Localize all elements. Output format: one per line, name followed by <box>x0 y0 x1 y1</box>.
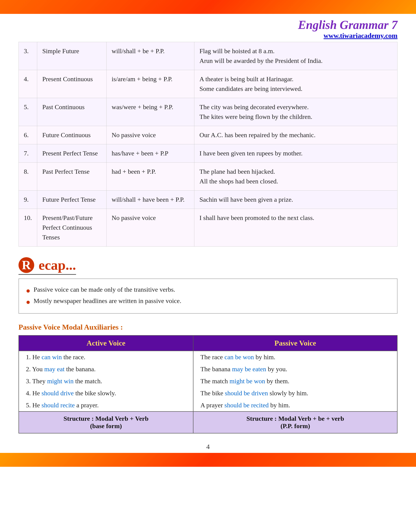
modal-row: 2. You may eat the banana.The banana may… <box>19 363 397 375</box>
row-examples: Flag will be hoisted at 8 a.m. Arun will… <box>194 42 397 70</box>
modal-row: 4. He should drive the bike slowly.The b… <box>19 387 397 399</box>
header: English Grammar 7 www.tiwariacademy.com <box>0 14 416 42</box>
row-tense: Present Continuous <box>37 70 106 98</box>
highlighted-phrase: can be won <box>224 353 254 361</box>
row-number: 9. <box>19 191 37 209</box>
grammar-table: 3.Simple Futurewill/shall + be + P.P.Fla… <box>19 42 397 247</box>
highlighted-phrase: should be driven <box>225 389 268 397</box>
modal-auxiliaries-section: Passive Voice Modal Auxiliaries : Active… <box>19 323 397 434</box>
modal-row: 3. They might win the match.The match mi… <box>19 375 397 387</box>
highlighted-phrase: might win <box>47 377 74 385</box>
row-formula: No passive voice <box>106 126 194 144</box>
row-tense: Past Perfect Tense <box>37 163 106 191</box>
row-examples: A theater is being built at Harinagar. S… <box>194 70 397 98</box>
table-row: 8.Past Perfect Tensehad + been + P.P.The… <box>19 163 397 191</box>
row-examples: I have been given ten rupees by mother. <box>194 144 397 163</box>
table-row: 9.Future Perfect Tensewill/shall + have … <box>19 191 397 209</box>
modal-cell: 3. They might win the match. <box>19 375 193 387</box>
modal-cell: A prayer should be recited by him. <box>193 399 397 412</box>
recap-text-1: Passive voice can be made only of the tr… <box>34 286 175 293</box>
highlighted-phrase: should be recited <box>224 402 269 409</box>
highlighted-phrase: can win <box>42 353 62 361</box>
modal-row: 5. He should recite a prayer.A prayer sh… <box>19 399 397 412</box>
main-content: 3.Simple Futurewill/shall + be + P.P.Fla… <box>0 42 416 434</box>
website-url: www.tiwariacademy.com <box>19 32 397 39</box>
page-title: English Grammar 7 <box>19 18 397 32</box>
modal-cell: 4. He should drive the bike slowly. <box>19 387 193 399</box>
bottom-bar <box>0 453 416 467</box>
recap-item-2: ● Mostly newspaper headlines are written… <box>26 297 390 306</box>
modal-cell: The bike should be driven slowly by him. <box>193 387 397 399</box>
row-formula: had + been + P.P. <box>106 163 194 191</box>
row-formula: was/were + being + P.P. <box>106 98 194 126</box>
modal-cell: The match might be won by them. <box>193 375 397 387</box>
row-examples: The city was being decorated everywhere.… <box>194 98 397 126</box>
table-row: 6.Future ContinuousNo passive voiceOur A… <box>19 126 397 144</box>
modal-cell: 1. He can win the race. <box>19 351 193 363</box>
modal-cell: The banana may be eaten by you. <box>193 363 397 375</box>
row-number: 3. <box>19 42 37 70</box>
table-row: 10.Present/Past/Future Perfect Continuou… <box>19 209 397 247</box>
structure-row: Structure : Modal Verb + Verb(base form)… <box>19 412 397 433</box>
row-formula: will/shall + have been + P.P. <box>106 191 194 209</box>
recap-section: R ecap... ● Passive voice can be made on… <box>19 256 397 314</box>
row-formula: will/shall + be + P.P. <box>106 42 194 70</box>
row-number: 5. <box>19 98 37 126</box>
recap-underline <box>19 274 76 275</box>
row-number: 10. <box>19 209 37 247</box>
recap-title: R ecap... <box>19 256 76 275</box>
modal-cell: The race can be won by him. <box>193 351 397 363</box>
recap-box: ● Passive voice can be made only of the … <box>19 279 397 314</box>
row-number: 6. <box>19 126 37 144</box>
row-formula: has/have + been + P.P <box>106 144 194 163</box>
highlighted-phrase: might be won <box>229 377 265 385</box>
top-bar <box>0 0 416 14</box>
recap-R: R <box>19 257 34 273</box>
page-number: 4 <box>0 438 416 453</box>
row-examples: The plane had been hijacked. All the sho… <box>194 163 397 191</box>
row-formula: No passive voice <box>106 209 194 247</box>
recap-bullet-2: ● <box>26 298 30 306</box>
recap-text-2: Mostly newspaper headlines are written i… <box>34 297 181 305</box>
modal-cell: 5. He should recite a prayer. <box>19 399 193 412</box>
modal-row: 1. He can win the race.The race can be w… <box>19 351 397 363</box>
row-tense: Present/Past/Future Perfect Continuous T… <box>37 209 106 247</box>
table-row: 3.Simple Futurewill/shall + be + P.P.Fla… <box>19 42 397 70</box>
row-examples: Sachin will have been given a prize. <box>194 191 397 209</box>
row-tense: Simple Future <box>37 42 106 70</box>
highlighted-phrase: should drive <box>42 389 74 397</box>
active-voice-header: Active Voice <box>19 335 193 351</box>
recap-bullet-1: ● <box>26 286 30 295</box>
row-examples: I shall have been promoted to the next c… <box>194 209 397 247</box>
highlighted-phrase: should recite <box>42 402 75 409</box>
row-tense: Present Perfect Tense <box>37 144 106 163</box>
row-number: 8. <box>19 163 37 191</box>
table-row: 5.Past Continuouswas/were + being + P.P.… <box>19 98 397 126</box>
passive-voice-header: Passive Voice <box>193 335 397 351</box>
table-row: 4.Present Continuousis/are/am + being + … <box>19 70 397 98</box>
modal-table: Active Voice Passive Voice 1. He can win… <box>19 335 397 434</box>
row-number: 4. <box>19 70 37 98</box>
modal-section-title: Passive Voice Modal Auxiliaries : <box>19 323 397 331</box>
recap-title-text: ecap... <box>38 257 76 273</box>
highlighted-phrase: may eat <box>44 366 65 373</box>
modal-cell: 2. You may eat the banana. <box>19 363 193 375</box>
highlighted-phrase: may be eaten <box>232 366 266 373</box>
row-formula: is/are/am + being + P.P. <box>106 70 194 98</box>
row-examples: Our A.C. has been repaired by the mechan… <box>194 126 397 144</box>
recap-item-1: ● Passive voice can be made only of the … <box>26 286 390 295</box>
row-tense: Future Perfect Tense <box>37 191 106 209</box>
table-row: 7.Present Perfect Tensehas/have + been +… <box>19 144 397 163</box>
row-tense: Past Continuous <box>37 98 106 126</box>
row-number: 7. <box>19 144 37 163</box>
row-tense: Future Continuous <box>37 126 106 144</box>
active-structure: Structure : Modal Verb + Verb(base form) <box>19 412 193 433</box>
passive-structure: Structure : Modal Verb + be + verb(P.P. … <box>193 412 397 433</box>
